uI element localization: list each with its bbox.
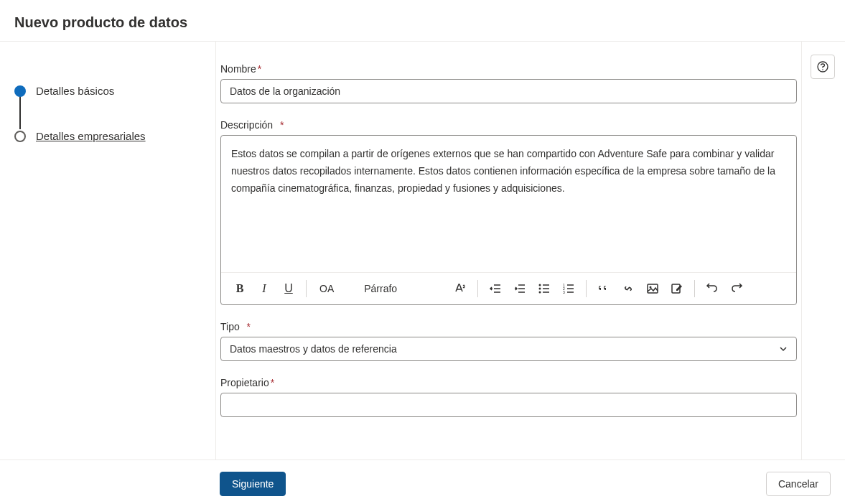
wizard-footer: Siguiente Cancelar <box>0 459 845 504</box>
cancel-button[interactable]: Cancelar <box>766 472 831 496</box>
edit-icon <box>671 282 683 295</box>
next-button[interactable]: Siguiente <box>220 472 286 496</box>
paragraph-picker[interactable]: Párrafo <box>357 283 404 294</box>
owner-input[interactable] <box>220 393 797 417</box>
redo-button[interactable] <box>725 277 748 300</box>
step-business-details[interactable]: Detalles empresariales <box>14 130 201 142</box>
required-asterisk: * <box>247 321 251 332</box>
toolbar-divider <box>477 280 478 297</box>
type-label: Tipo * <box>220 321 797 332</box>
underline-button[interactable]: U <box>277 277 300 300</box>
font-picker[interactable]: OA <box>312 283 341 294</box>
editor-toolbar: B I U OA Párrafo <box>221 272 796 304</box>
required-asterisk: * <box>271 377 274 388</box>
svg-point-1 <box>539 288 541 290</box>
image-icon <box>646 282 659 295</box>
toolbar-divider <box>306 280 307 297</box>
page-header: Nuevo producto de datos <box>0 0 845 42</box>
form-content: Nombre* Descripción * Estos datos se com… <box>215 42 802 459</box>
link-button[interactable] <box>617 277 640 300</box>
link-icon <box>622 282 635 295</box>
increase-indent-button[interactable] <box>508 277 531 300</box>
toolbar-divider <box>586 280 587 297</box>
quote-icon <box>597 282 610 295</box>
step-basic-details[interactable]: Detalles básicos <box>14 85 201 130</box>
step-label: Detalles básicos <box>36 85 114 97</box>
decrease-indent-icon <box>489 282 502 295</box>
name-input[interactable] <box>220 79 797 103</box>
help-icon <box>816 60 829 73</box>
step-inactive-icon <box>14 131 26 142</box>
numbered-list-button[interactable]: 123 <box>557 277 580 300</box>
svg-point-2 <box>539 291 541 294</box>
description-label: Descripción * <box>220 119 797 131</box>
help-column <box>802 42 845 459</box>
undo-button[interactable] <box>701 277 724 300</box>
decrease-indent-button[interactable] <box>484 277 507 300</box>
toolbar-divider <box>694 280 695 297</box>
step-label: Detalles empresariales <box>36 130 146 142</box>
bullet-list-button[interactable] <box>533 277 556 300</box>
bold-button[interactable]: B <box>228 277 251 300</box>
quote-button[interactable] <box>592 277 615 300</box>
page-title: Nuevo producto de datos <box>14 14 831 31</box>
wizard-steps-sidebar: Detalles básicos Detalles empresariales <box>0 42 215 459</box>
svg-point-10 <box>822 69 823 70</box>
svg-text:3: 3 <box>563 290 565 294</box>
step-active-icon <box>14 85 26 97</box>
italic-button[interactable]: I <box>253 277 276 300</box>
description-textarea[interactable]: Estos datos se compilan a partir de oríg… <box>221 136 796 272</box>
bullet-list-icon <box>538 282 551 295</box>
required-asterisk: * <box>280 119 284 131</box>
redo-icon <box>730 282 743 295</box>
numbered-list-icon: 123 <box>562 282 575 295</box>
help-button[interactable] <box>811 55 835 79</box>
description-editor: Estos datos se compilan a partir de oríg… <box>220 135 797 305</box>
text-effects-icon <box>454 282 467 295</box>
name-label: Nombre* <box>220 63 797 75</box>
step-connector <box>19 96 21 129</box>
text-effects-button[interactable] <box>449 277 472 300</box>
edit-button[interactable] <box>666 277 688 300</box>
image-button[interactable] <box>641 277 664 300</box>
undo-icon <box>706 282 719 295</box>
increase-indent-icon <box>513 282 526 295</box>
type-select[interactable]: Datos maestros y datos de referencia <box>220 337 797 361</box>
owner-label: Propietario* <box>220 377 797 388</box>
required-asterisk: * <box>258 63 261 75</box>
svg-point-0 <box>539 284 541 286</box>
